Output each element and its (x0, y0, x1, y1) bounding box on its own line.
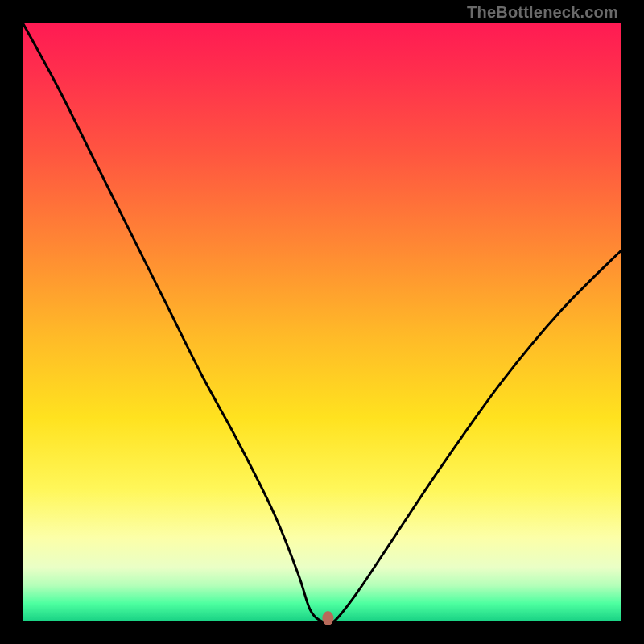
bottleneck-curve (23, 23, 621, 621)
plot-area (23, 23, 621, 621)
watermark-text: TheBottleneck.com (467, 3, 618, 22)
optimum-marker (322, 611, 333, 625)
chart-frame: TheBottleneck.com (0, 0, 644, 644)
